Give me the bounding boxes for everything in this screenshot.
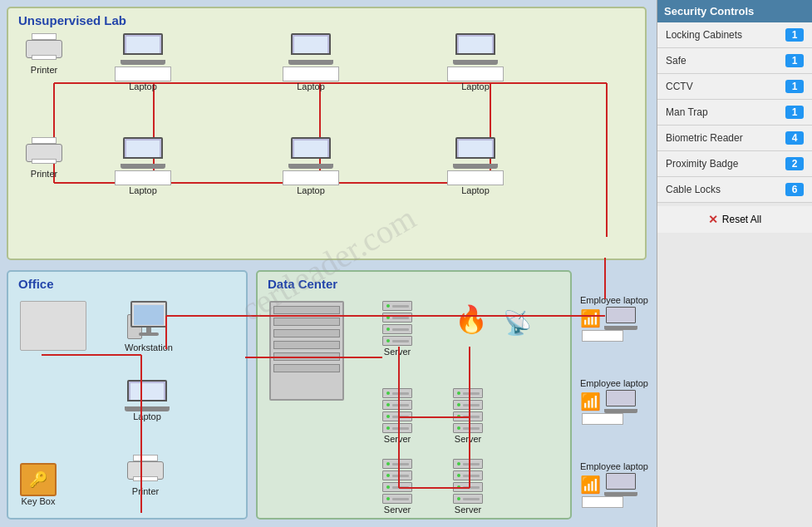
cctv-badge: 1 xyxy=(785,80,804,93)
unlab-laptop-3: Laptop xyxy=(447,33,504,91)
proximity-label: Proximity Badge xyxy=(666,158,738,170)
emp-laptop-3-label: Employee laptop xyxy=(580,461,648,471)
security-item-safe[interactable]: Safe 1 xyxy=(657,48,812,74)
unlab-laptop-4: Laptop xyxy=(115,137,171,195)
datacenter-title: Data Center xyxy=(268,277,337,291)
wifi-icon-2: 📶 xyxy=(580,392,601,411)
emp-laptop-3: Employee laptop 📶 xyxy=(580,461,648,508)
emp-laptop-1-label: Employee laptop xyxy=(580,295,648,305)
reset-label: Reset All xyxy=(722,214,761,225)
security-item-cable-locks[interactable]: Cable Locks 6 xyxy=(657,177,812,203)
cctv-label: CCTV xyxy=(666,81,693,92)
locking-cabinets-badge: 1 xyxy=(785,28,804,42)
unlab-laptop-2-label: Laptop xyxy=(297,81,325,91)
reset-button[interactable]: ✕ Reset All xyxy=(657,206,812,233)
biometric-badge: 4 xyxy=(785,131,804,145)
unlab-laptop-5: Laptop xyxy=(283,137,339,195)
mantrap-badge: 1 xyxy=(785,106,804,119)
mantrap-label: Man Trap xyxy=(666,106,708,118)
office-laptop-label: Laptop xyxy=(133,411,161,421)
office-workstation: Workstation xyxy=(125,301,173,352)
unlab-laptop-6: Laptop xyxy=(447,137,504,195)
dc-server-2-label: Server xyxy=(384,434,411,444)
emp-laptop-1: Employee laptop 📶 xyxy=(580,295,648,342)
security-item-mantrap[interactable]: Man Trap 1 xyxy=(657,100,812,126)
dc-server-5-label: Server xyxy=(455,505,481,515)
unlab-laptop-5-label: Laptop xyxy=(297,185,325,195)
emp-laptop-2: Employee laptop 📶 xyxy=(580,378,648,425)
unlab-printer-2-label: Printer xyxy=(31,169,57,179)
unlab-laptop-3-label: Laptop xyxy=(461,81,490,91)
antenna: 📡 xyxy=(503,309,532,337)
workstation-label: Workstation xyxy=(125,342,173,352)
security-item-proximity[interactable]: Proximity Badge 2 xyxy=(657,151,812,177)
locking-cabinets-label: Locking Cabinets xyxy=(666,29,742,41)
server-rack xyxy=(269,301,344,401)
dc-server-3: Server xyxy=(453,388,483,444)
security-item-locking-cabinets[interactable]: Locking Cabinets 1 xyxy=(657,22,812,48)
dc-server-4: Server xyxy=(382,459,412,515)
security-panel: Security Controls Locking Cabinets 1 Saf… xyxy=(657,0,812,527)
wifi-icon-3: 📶 xyxy=(580,475,601,495)
safe-badge: 1 xyxy=(785,54,804,67)
office-cabinet xyxy=(20,301,86,351)
datacenter-section: Data Center Server 🔥 📡 xyxy=(256,270,572,520)
key-box-label: Key Box xyxy=(22,496,56,506)
unlab-laptop-2: Laptop xyxy=(283,33,339,91)
office-laptop: Laptop xyxy=(125,380,170,421)
emp-laptop-2-label: Employee laptop xyxy=(580,378,648,388)
unlab-printer-1: Printer xyxy=(23,33,65,75)
x-icon: ✕ xyxy=(708,213,718,226)
keybox-icon: 🔑 xyxy=(20,463,57,496)
office-section: Office Workstation Laptop xyxy=(7,270,248,520)
security-item-biometric[interactable]: Biometric Reader 4 xyxy=(657,126,812,151)
biometric-label: Biometric Reader xyxy=(666,132,743,144)
unlab-laptop-6-label: Laptop xyxy=(461,185,490,195)
dc-server-5: Server xyxy=(453,459,483,515)
office-printer-label: Printer xyxy=(132,486,159,496)
unlab-title: Unsupervised Lab xyxy=(18,13,126,27)
firewall: 🔥 xyxy=(453,301,490,337)
main-diagram: certleader.com Unsupervised Lab xyxy=(0,0,657,527)
unlab-laptop-4-label: Laptop xyxy=(129,185,157,195)
proximity-badge: 2 xyxy=(785,157,804,170)
employee-section: Employee laptop 📶 Employee laptop 📶 xyxy=(580,270,655,520)
dc-server-2: Server xyxy=(382,388,412,444)
unlab-laptop-1: Laptop xyxy=(115,33,171,91)
wifi-icon-1: 📶 xyxy=(580,308,601,328)
unlab-printer-1-label: Printer xyxy=(31,65,57,75)
cable-locks-label: Cable Locks xyxy=(666,184,721,195)
dc-server-1: Server xyxy=(382,301,412,357)
security-item-cctv[interactable]: CCTV 1 xyxy=(657,74,812,100)
safe-label: Safe xyxy=(666,55,687,66)
dc-server-1-label: Server xyxy=(384,347,411,357)
security-panel-header: Security Controls xyxy=(657,0,812,22)
cable-locks-badge: 6 xyxy=(785,183,804,196)
dc-server-3-label: Server xyxy=(455,434,481,444)
flame-icon: 🔥 xyxy=(455,303,488,335)
office-printer: Printer xyxy=(125,455,166,496)
unsupervised-lab: Unsupervised Lab xyxy=(7,7,647,260)
dc-server-4-label: Server xyxy=(384,505,411,515)
unlab-laptop-1-label: Laptop xyxy=(129,81,157,91)
unlab-printer-2: Printer xyxy=(23,137,65,179)
office-title: Office xyxy=(18,277,54,291)
key-box: 🔑 Key Box xyxy=(20,463,57,506)
